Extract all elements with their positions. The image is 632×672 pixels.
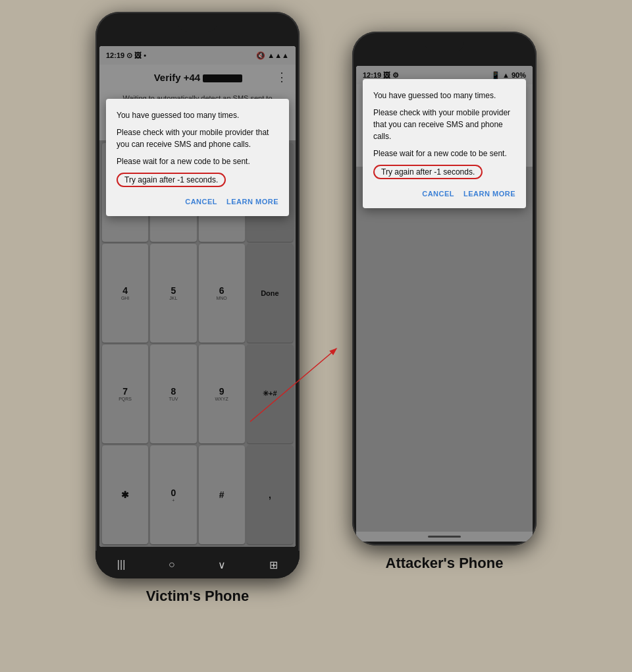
- attacker-dialog-box: You have guessed too many times. Please …: [363, 79, 526, 208]
- attacker-phone-body: 12:19 🖼 ⚙ 📳 ▲ 90% Verify +44: [352, 32, 537, 546]
- attacker-cancel-button[interactable]: CANCEL: [422, 190, 454, 198]
- victim-dialog-line2: Please check with your mobile provider t…: [117, 126, 278, 150]
- attacker-phone-notch: [425, 38, 464, 51]
- attacker-dialog-line3: Please wait for a new code to be sent.: [373, 148, 515, 159]
- victim-cancel-button[interactable]: CANCEL: [185, 198, 217, 206]
- victim-dialog-line1: You have guessed too many times.: [117, 109, 278, 121]
- phone-notch: [178, 18, 217, 32]
- victim-dialog-highlighted: Try again after -1 seconds.: [117, 173, 226, 187]
- nav-keyboard-icon[interactable]: ⊞: [269, 559, 278, 571]
- victim-nav-bar: ||| ○ ∨ ⊞: [95, 551, 300, 578]
- victim-dialog-line3: Please wait for a new code to be sent.: [117, 155, 278, 167]
- attacker-dialog-actions: CANCEL LEARN MORE: [373, 190, 515, 198]
- victim-dialog-overlay: You have guessed too many times. Please …: [99, 46, 296, 547]
- attacker-dialog-highlighted: Try again after -1 seconds.: [373, 165, 483, 179]
- attacker-dialog-line1: You have guessed too many times.: [373, 90, 515, 101]
- nav-home-icon[interactable]: ○: [169, 559, 175, 571]
- attacker-dialog-overlay: You have guessed too many times. Please …: [356, 66, 533, 542]
- attacker-learn-more-button[interactable]: LEARN MORE: [463, 190, 515, 198]
- victim-learn-more-button[interactable]: LEARN MORE: [226, 198, 278, 206]
- attacker-label: Attacker's Phone: [386, 555, 504, 572]
- victim-label: Victim's Phone: [146, 588, 249, 605]
- attacker-dialog-line2: Please check with your mobile provider t…: [373, 107, 515, 142]
- victim-phone-container: 12:19 ⊙ 🖼 • 🔇 ▲▲▲ Verify +44: [95, 12, 300, 605]
- victim-dialog-actions: CANCEL LEARN MORE: [117, 198, 278, 206]
- nav-recents-icon[interactable]: ∨: [218, 559, 226, 571]
- victim-phone-screen: 12:19 ⊙ 🖼 • 🔇 ▲▲▲ Verify +44: [99, 46, 296, 547]
- nav-back-icon[interactable]: |||: [117, 559, 125, 571]
- attacker-phone-container: 12:19 🖼 ⚙ 📳 ▲ 90% Verify +44: [352, 12, 537, 572]
- attacker-phone-screen: 12:19 🖼 ⚙ 📳 ▲ 90% Verify +44: [356, 66, 533, 542]
- victim-dialog-box: You have guessed too many times. Please …: [106, 99, 289, 216]
- victim-phone-body: 12:19 ⊙ 🖼 • 🔇 ▲▲▲ Verify +44: [95, 12, 300, 578]
